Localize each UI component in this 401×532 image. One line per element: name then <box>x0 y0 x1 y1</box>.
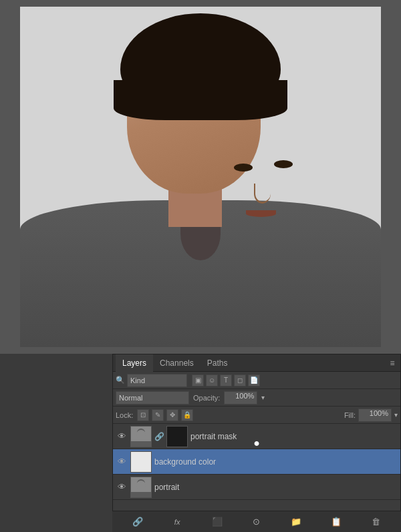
panel-menu-icon[interactable]: ≡ <box>387 358 398 368</box>
portrait-figure <box>20 7 381 347</box>
lock-paint-icon[interactable]: ✎ <box>152 409 164 421</box>
layer-name: portrait <box>154 483 398 492</box>
canvas-area <box>0 0 401 354</box>
filter-type-icon[interactable]: T <box>220 374 232 386</box>
opacity-value[interactable]: 100% <box>224 391 257 405</box>
lock-transparent-icon[interactable]: ⊡ <box>137 409 149 421</box>
layers-panel: Layers Channels Paths ≡ 🔍 Kind Name Effe… <box>112 354 401 532</box>
nose <box>254 184 271 204</box>
eye-right <box>274 160 293 168</box>
search-icon: 🔍 <box>116 376 125 384</box>
filter-pixel-icon[interactable]: ▣ <box>192 374 204 386</box>
layer-row[interactable]: 👁 portrait <box>113 475 400 500</box>
filter-row: 🔍 Kind Name Effect Mode ▣ ☺ T ◻ 📄 <box>113 372 400 389</box>
opacity-label: Opacity: <box>193 394 220 402</box>
add-mask-button[interactable]: ⬛ <box>211 515 224 529</box>
delete-layer-button[interactable]: 🗑 <box>369 515 382 529</box>
blend-mode-select[interactable]: Normal Multiply Screen Overlay <box>116 391 189 405</box>
new-group-button[interactable]: 📁 <box>289 515 303 529</box>
fill-value[interactable]: 100% <box>358 409 392 422</box>
lock-row: Lock: ⊡ ✎ ✥ 🔒 Fill: 100% ▾ <box>113 407 400 424</box>
photo-canvas <box>20 7 381 347</box>
filter-shape-icon[interactable]: ◻ <box>234 374 246 386</box>
layer-name: portrait mask <box>190 432 398 441</box>
layer-visibility-icon[interactable]: 👁 <box>116 481 128 493</box>
tab-channels[interactable]: Channels <box>153 354 200 372</box>
layer-mask-thumbnail <box>166 426 188 447</box>
panel-toolbar: 🔗 fx ⬛ ⊙ 📁 📋 🗑 <box>112 511 401 532</box>
layer-row[interactable]: 👁 🔗 portrait mask <box>113 424 400 449</box>
lock-all-icon[interactable]: 🔒 <box>181 409 193 421</box>
lock-move-icon[interactable]: ✥ <box>166 409 178 421</box>
fill-arrow-icon[interactable]: ▾ <box>394 411 398 419</box>
layer-visibility-icon[interactable]: 👁 <box>116 431 128 443</box>
layers-list: 👁 🔗 portrait mask 👁 background color 👁 <box>113 424 400 504</box>
tab-layers[interactable]: Layers <box>116 354 153 372</box>
left-toolbar <box>0 354 112 532</box>
blend-mode-row: Normal Multiply Screen Overlay Opacity: … <box>113 389 400 407</box>
mini-portrait-2 <box>131 477 151 497</box>
layer-row[interactable]: 👁 background color <box>113 449 400 475</box>
layer-thumbnail <box>130 451 152 473</box>
filter-smart-icon[interactable]: 📄 <box>248 374 260 386</box>
adjustment-button[interactable]: ⊙ <box>250 515 263 529</box>
layer-visibility-icon[interactable]: 👁 <box>116 456 128 468</box>
filter-adjustment-icon[interactable]: ☺ <box>206 374 218 386</box>
layer-name: background color <box>154 457 398 467</box>
fill-label: Fill: <box>344 411 356 419</box>
filter-icons-group: ▣ ☺ T ◻ 📄 <box>192 374 260 386</box>
layer-thumbnail <box>130 477 152 498</box>
tab-paths[interactable]: Paths <box>200 354 235 372</box>
link-layers-button[interactable]: 🔗 <box>131 515 144 529</box>
fx-button[interactable]: fx <box>170 515 184 529</box>
kind-select[interactable]: Kind Name Effect Mode <box>127 374 187 387</box>
new-layer-button[interactable]: 📋 <box>329 515 343 529</box>
opacity-arrow-icon[interactable]: ▾ <box>261 394 265 401</box>
mouth <box>246 210 276 217</box>
mini-portrait <box>131 427 151 447</box>
lock-label: Lock: <box>116 411 133 419</box>
hair <box>120 13 281 107</box>
eye-left <box>234 164 253 172</box>
panels-area: Layers Channels Paths ≡ 🔍 Kind Name Effe… <box>0 354 401 532</box>
layer-link-icon[interactable]: 🔗 <box>154 431 164 443</box>
layer-thumbnail <box>130 426 152 447</box>
panel-tabs-bar: Layers Channels Paths ≡ <box>113 354 400 372</box>
